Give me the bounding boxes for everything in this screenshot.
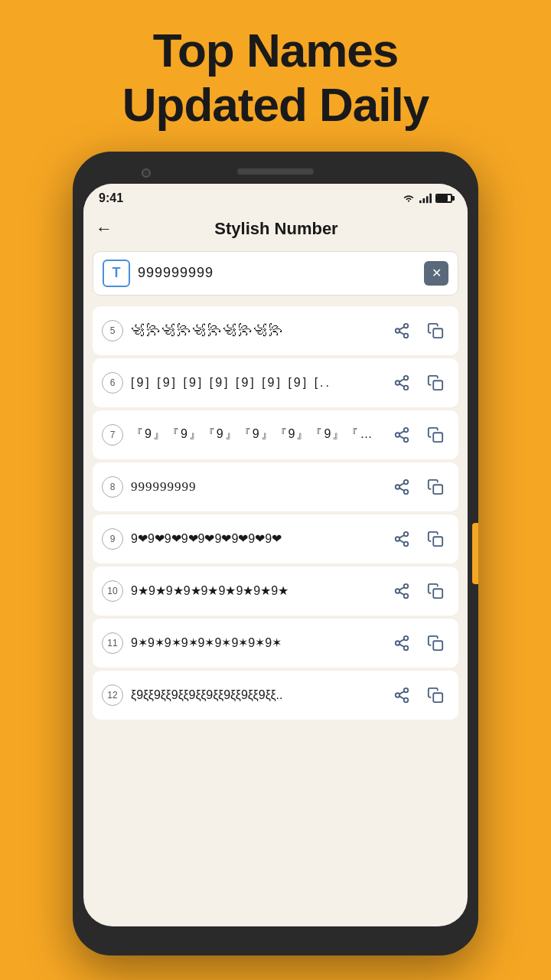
item-text: 9❤9❤9❤9❤9❤9❤9❤9❤9❤ bbox=[131, 531, 380, 546]
item-text: 9★9★9★9★9★9★9★9★9★ bbox=[131, 583, 380, 598]
copy-button[interactable] bbox=[422, 525, 449, 553]
copy-icon bbox=[427, 531, 444, 547]
item-number: 8 bbox=[102, 476, 123, 498]
battery-icon bbox=[435, 194, 452, 203]
share-icon bbox=[393, 531, 410, 547]
item-number: 9 bbox=[102, 528, 123, 550]
svg-line-13 bbox=[399, 384, 404, 387]
svg-rect-3 bbox=[429, 193, 432, 202]
share-button[interactable] bbox=[388, 577, 416, 605]
svg-line-19 bbox=[399, 436, 404, 439]
svg-rect-9 bbox=[433, 328, 442, 338]
svg-line-44 bbox=[399, 639, 404, 642]
svg-line-50 bbox=[399, 691, 404, 694]
copy-icon bbox=[427, 583, 444, 599]
wifi-icon bbox=[402, 193, 416, 204]
list-item: 10 9★9★9★9★9★9★9★9★9★ bbox=[93, 567, 458, 616]
item-text: ꧁꧂꧁꧂꧁꧂꧁꧂꧁꧂ bbox=[131, 322, 380, 338]
svg-line-26 bbox=[399, 483, 404, 486]
item-actions bbox=[388, 577, 449, 605]
phone-screen: 9:41 bbox=[83, 184, 468, 926]
share-icon bbox=[393, 635, 410, 652]
copy-button[interactable] bbox=[422, 681, 449, 709]
svg-rect-2 bbox=[426, 196, 429, 203]
header-title: Top Names Updated Daily bbox=[107, 0, 444, 148]
svg-rect-45 bbox=[433, 641, 442, 650]
item-number: 6 bbox=[102, 372, 123, 394]
item-text: 『9』『9』『9』『9』『9』『9』『9』『.. bbox=[131, 426, 380, 443]
item-actions bbox=[388, 369, 449, 397]
signal-icon bbox=[419, 193, 432, 204]
phone-camera bbox=[142, 168, 151, 178]
copy-button[interactable] bbox=[422, 629, 449, 657]
share-button[interactable] bbox=[388, 473, 416, 501]
item-text: [9] [9] [9] [9] [9] [9] [9] [.. bbox=[131, 376, 380, 390]
svg-rect-15 bbox=[433, 381, 442, 390]
svg-rect-33 bbox=[433, 537, 442, 546]
item-actions bbox=[388, 629, 449, 657]
svg-rect-0 bbox=[419, 200, 422, 203]
status-bar: 9:41 bbox=[83, 184, 468, 210]
share-button[interactable] bbox=[388, 317, 416, 345]
svg-rect-21 bbox=[433, 433, 442, 442]
svg-rect-1 bbox=[422, 198, 425, 203]
copy-icon bbox=[427, 374, 444, 391]
svg-rect-51 bbox=[433, 693, 442, 702]
back-button[interactable]: ← bbox=[96, 216, 120, 242]
svg-line-32 bbox=[399, 535, 404, 538]
status-time: 9:41 bbox=[99, 191, 123, 205]
svg-line-49 bbox=[399, 696, 404, 699]
clear-button[interactable]: ✕ bbox=[424, 261, 448, 286]
svg-line-43 bbox=[399, 644, 404, 647]
top-nav: ← Stylish Number bbox=[83, 210, 468, 251]
copy-icon bbox=[427, 687, 444, 704]
item-text: 9✶9✶9✶9✶9✶9✶9✶9✶9✶ bbox=[131, 635, 380, 650]
svg-line-14 bbox=[399, 379, 404, 382]
copy-button[interactable] bbox=[422, 421, 449, 449]
list-item: 6 [9] [9] [9] [9] [9] [9] [9] [.. bbox=[93, 358, 458, 407]
item-number: 12 bbox=[102, 684, 123, 706]
list-item: 7 『9』『9』『9』『9』『9』『9』『9』『.. bbox=[93, 410, 458, 459]
share-icon bbox=[393, 322, 410, 339]
phone-speaker bbox=[237, 168, 314, 175]
share-icon bbox=[393, 583, 410, 599]
svg-line-38 bbox=[399, 587, 404, 590]
copy-button[interactable] bbox=[422, 577, 449, 605]
svg-rect-39 bbox=[433, 589, 442, 598]
share-button[interactable] bbox=[388, 629, 416, 657]
results-list: 5 ꧁꧂꧁꧂꧁꧂꧁꧂꧁꧂ bbox=[83, 303, 468, 926]
list-item: 12 ξ9ξξ9ξξ9ξξ9ξξ9ξξ9ξξ9ξξ9ξξ.. bbox=[93, 671, 458, 720]
svg-line-31 bbox=[399, 540, 404, 543]
copy-icon bbox=[427, 479, 444, 495]
copy-icon bbox=[427, 426, 444, 443]
share-icon bbox=[393, 479, 410, 495]
item-actions bbox=[388, 421, 449, 449]
copy-button[interactable] bbox=[422, 473, 449, 501]
item-actions bbox=[388, 681, 449, 709]
svg-line-37 bbox=[399, 592, 404, 595]
search-bar[interactable]: T 999999999 ✕ bbox=[93, 251, 458, 296]
item-number: 11 bbox=[102, 632, 123, 654]
text-format-icon: T bbox=[103, 260, 130, 287]
share-icon bbox=[393, 374, 410, 391]
copy-icon bbox=[427, 322, 444, 339]
list-item: 11 9✶9✶9✶9✶9✶9✶9✶9✶9✶ bbox=[93, 619, 458, 668]
share-button[interactable] bbox=[388, 369, 416, 397]
search-input[interactable]: 999999999 bbox=[138, 265, 424, 281]
svg-line-20 bbox=[399, 431, 404, 434]
copy-button[interactable] bbox=[422, 369, 449, 397]
list-item: 8 999999999 bbox=[93, 462, 458, 511]
share-button[interactable] bbox=[388, 421, 416, 449]
copy-button[interactable] bbox=[422, 317, 449, 345]
svg-line-7 bbox=[399, 332, 404, 335]
item-number: 10 bbox=[102, 580, 123, 602]
copy-icon bbox=[427, 635, 444, 652]
item-text: ξ9ξξ9ξξ9ξξ9ξξ9ξξ9ξξ9ξξ9ξξ.. bbox=[131, 688, 380, 702]
item-actions bbox=[388, 317, 449, 345]
share-button[interactable] bbox=[388, 681, 416, 709]
share-icon bbox=[393, 687, 410, 704]
share-button[interactable] bbox=[388, 525, 416, 553]
header-section: Top Names Updated Daily bbox=[107, 0, 444, 148]
list-item: 9 9❤9❤9❤9❤9❤9❤9❤9❤9❤ bbox=[93, 514, 458, 564]
status-icons bbox=[402, 193, 452, 204]
